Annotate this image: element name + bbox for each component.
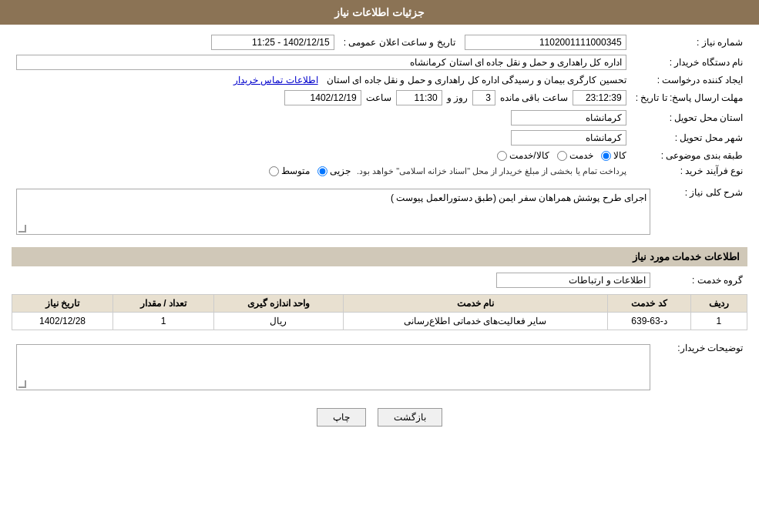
cell-code: د-63-639: [608, 313, 691, 330]
buyer-notes-box: [16, 344, 650, 390]
send-time-value: 11:30: [396, 90, 442, 105]
description-box: اجرای طرح پوشش همراهان سفر ایمن (طبق دست…: [16, 189, 650, 235]
services-table: ردیف کد خدمت نام خدمت واحد اندازه گیری ت…: [12, 294, 747, 330]
process-note: پرداخت تمام یا بخشی از مبلغ خریدار از مح…: [357, 166, 626, 176]
table-row: 1د-63-639سایر فعالیت‌های خدماتی اطلاع‌رس…: [12, 313, 747, 330]
buyer-org-value: اداره کل راهداری و حمل و نقل جاده ای است…: [16, 55, 626, 70]
col-date: تاریخ نیاز: [12, 295, 113, 313]
category-option-kala-khedmat[interactable]: کالا/خدمت: [497, 150, 549, 161]
buyer-notes-label: توضیحات خریدار:: [655, 338, 747, 396]
description-value: اجرای طرح پوشش همراهان سفر ایمن (طبق دست…: [17, 189, 650, 232]
send-day-label: روز و: [447, 92, 468, 103]
announcement-label: تاریخ و ساعت اعلان عمومی :: [339, 32, 460, 52]
service-group-value: اطلاعات و ارتباطات: [496, 273, 650, 288]
resize-handle[interactable]: [18, 225, 26, 233]
cell-quantity: 1: [113, 313, 214, 330]
col-unit: واحد اندازه گیری: [213, 295, 343, 313]
cell-name: سایر فعالیت‌های خدماتی اطلاع‌رسانی: [343, 313, 607, 330]
category-option-kala[interactable]: کالا: [601, 150, 626, 161]
process-radio-group: متوسط جزیی: [269, 166, 351, 176]
send-remaining-label: ساعت باقی مانده: [500, 92, 568, 103]
description-label: شرح کلی نیاز :: [655, 182, 747, 241]
process-option-jozi[interactable]: جزیی: [317, 166, 351, 176]
send-remaining-value: 23:12:39: [573, 90, 626, 105]
cell-row: 1: [690, 313, 747, 330]
send-day-value: 3: [472, 90, 495, 105]
province-value: کرمانشاه: [511, 110, 626, 125]
category-option-khedmat[interactable]: خدمت: [557, 150, 593, 161]
creator-label: ایجاد کننده درخواست :: [631, 72, 747, 88]
page-title: جزئیات اطلاعات نیاز: [334, 6, 425, 18]
creator-contact-link[interactable]: اطلاعات تماس خریدار: [233, 75, 318, 85]
col-name: نام خدمت: [343, 295, 607, 313]
buyer-notes-resize-handle[interactable]: [18, 380, 26, 388]
send-date-value: 1402/12/19: [284, 90, 361, 105]
services-section-header: اطلاعات خدمات مورد نیاز: [12, 247, 747, 266]
send-date-label: مهلت ارسال پاسخ: تا تاریخ :: [631, 88, 747, 108]
creator-value: تحسین کارگری بیمان و رسیدگی اداره کل راه…: [327, 75, 626, 85]
col-row: ردیف: [690, 295, 747, 313]
province-label: استان محل تحویل :: [631, 108, 747, 128]
cell-date: 1402/12/28: [12, 313, 113, 330]
print-button[interactable]: چاپ: [317, 408, 366, 427]
buttons-row: بازگشت چاپ: [12, 408, 747, 427]
request-number-value: 1102001111000345: [465, 35, 626, 50]
buyer-org-label: نام دستگاه خریدار :: [631, 52, 747, 72]
service-group-label: گروه خدمت :: [655, 270, 747, 290]
cell-unit: ریال: [213, 313, 343, 330]
city-label: شهر محل تحویل :: [631, 128, 747, 148]
back-button[interactable]: بازگشت: [378, 408, 442, 427]
send-time-label: ساعت: [366, 92, 391, 103]
process-label: نوع فرآیند خرید :: [631, 163, 747, 179]
category-label: طبقه بندی موضوعی :: [631, 148, 747, 163]
page-header: جزئیات اطلاعات نیاز: [0, 0, 759, 25]
category-radio-group: کالا/خدمت خدمت کالا: [16, 150, 626, 161]
col-code: کد خدمت: [608, 295, 691, 313]
process-option-motavaset[interactable]: متوسط: [269, 166, 310, 176]
announcement-value: 1402/12/15 - 11:25: [211, 35, 334, 50]
col-quantity: تعداد / مقدار: [113, 295, 214, 313]
request-number-label: شماره نیاز :: [631, 32, 747, 52]
city-value: کرمانشاه: [511, 130, 626, 146]
buyer-notes-value: [17, 345, 650, 387]
